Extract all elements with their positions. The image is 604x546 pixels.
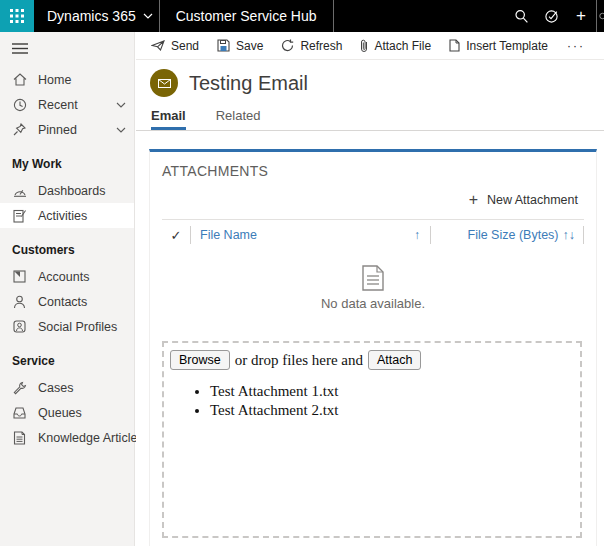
- save-label: Save: [236, 39, 263, 53]
- site-map-sidebar: Home Recent Pinned My Work Dashboards Ac…: [0, 32, 135, 546]
- sidebar-item-label: Home: [38, 73, 126, 87]
- tab-email[interactable]: Email: [151, 108, 186, 130]
- plus-icon: +: [576, 6, 586, 26]
- empty-state: No data available.: [162, 265, 584, 311]
- dropzone-hint-text: or drop files here and: [235, 352, 363, 369]
- collapse-sitemap-button[interactable]: [0, 32, 134, 58]
- dropped-files-list: Test Attachment 1.txt Test Attachment 2.…: [210, 383, 574, 419]
- attachments-card: ATTACHMENTS + New Attachment ✓ File Name…: [149, 149, 597, 546]
- home-icon: [12, 73, 27, 86]
- file-name-column-label: File Name: [200, 228, 257, 242]
- sidebar-item-dashboards[interactable]: Dashboards: [0, 178, 134, 203]
- dashboard-icon: [12, 185, 27, 197]
- attach-button[interactable]: Attach: [368, 350, 421, 370]
- attachments-grid-header: ✓ File Name ↑ File Size (Bytes) ↑↓: [162, 220, 584, 250]
- search-button[interactable]: [506, 0, 536, 32]
- insert-template-label: Insert Template: [466, 39, 548, 53]
- sidebar-item-label: Knowledge Articles: [38, 431, 144, 445]
- person-icon: [12, 295, 27, 309]
- sidebar-item-label: Activities: [38, 209, 126, 223]
- sidebar-item-accounts[interactable]: Accounts: [0, 264, 134, 289]
- clipboard-edit-icon: [12, 209, 27, 223]
- form-tab-bar: Email Related: [136, 97, 604, 131]
- sidebar-item-pinned[interactable]: Pinned: [0, 117, 134, 142]
- sidebar-item-activities[interactable]: Activities: [0, 203, 134, 228]
- command-bar-overflow-button[interactable]: ···: [557, 39, 595, 53]
- tab-related[interactable]: Related: [216, 108, 261, 130]
- new-attachment-button[interactable]: + New Attachment: [463, 188, 584, 212]
- sidebar-section-service: Service: [0, 339, 134, 375]
- send-label: Send: [171, 39, 199, 53]
- no-data-text: No data available.: [162, 296, 584, 311]
- file-size-column-label: File Size (Bytes): [468, 228, 559, 242]
- attach-file-button[interactable]: Attach File: [351, 32, 440, 60]
- send-icon: [151, 40, 165, 51]
- clock-icon: [12, 98, 27, 112]
- chevron-down-icon[interactable]: [116, 102, 126, 108]
- sidebar-item-label: Contacts: [38, 295, 126, 309]
- page-icon: [449, 39, 460, 52]
- social-profile-icon: [12, 320, 27, 333]
- sidebar-item-label: Social Profiles: [38, 320, 126, 334]
- sort-both-icon: ↑↓: [563, 228, 576, 242]
- top-navigation-bar: Dynamics 365 Customer Service Hub +: [0, 0, 604, 32]
- topbar-divider: [333, 0, 334, 32]
- sidebar-item-home[interactable]: Home: [0, 67, 134, 92]
- sidebar-item-label: Dashboards: [38, 184, 126, 198]
- no-data-document-icon: [362, 265, 384, 291]
- sidebar-item-label: Cases: [38, 381, 126, 395]
- check-icon: ✓: [171, 228, 182, 243]
- save-icon: [217, 39, 230, 52]
- hub-name[interactable]: Customer Service Hub: [160, 0, 333, 32]
- browse-button[interactable]: Browse: [170, 350, 230, 370]
- app-name-menu[interactable]: Dynamics 365: [34, 0, 159, 32]
- sidebar-item-knowledge-articles[interactable]: Knowledge Articles: [0, 425, 134, 450]
- new-attachment-label: New Attachment: [487, 193, 578, 207]
- app-name-label: Dynamics 365: [47, 8, 136, 24]
- waffle-icon: [10, 9, 24, 23]
- queue-icon: [12, 406, 27, 419]
- main-content: Send Save Refresh Attach File Insert Tem…: [136, 32, 604, 546]
- save-button[interactable]: Save: [208, 32, 272, 60]
- attach-file-label: Attach File: [374, 39, 431, 53]
- sidebar-item-cases[interactable]: Cases: [0, 375, 134, 400]
- quick-create-button[interactable]: +: [566, 0, 596, 32]
- sidebar-item-label: Pinned: [38, 123, 105, 137]
- file-dropzone[interactable]: Browse or drop files here and Attach Tes…: [162, 341, 582, 538]
- sidebar-item-recent[interactable]: Recent: [0, 92, 134, 117]
- sidebar-section-my-work: My Work: [0, 142, 134, 178]
- sidebar-item-social-profiles[interactable]: Social Profiles: [0, 314, 134, 339]
- refresh-icon: [281, 39, 294, 52]
- form-body: ATTACHMENTS + New Attachment ✓ File Name…: [136, 131, 604, 546]
- sidebar-item-label: Recent: [38, 98, 105, 112]
- chevron-down-icon[interactable]: [116, 127, 126, 133]
- check-circle-icon: [544, 9, 559, 24]
- attachments-section-title: ATTACHMENTS: [162, 161, 584, 179]
- insert-template-button[interactable]: Insert Template: [440, 32, 557, 60]
- article-icon: [12, 431, 27, 445]
- envelope-icon: [158, 79, 171, 88]
- accounts-icon: [12, 270, 27, 283]
- column-header-file-size[interactable]: File Size (Bytes) ↑↓: [431, 228, 583, 242]
- send-button[interactable]: Send: [142, 32, 208, 60]
- sort-ascending-icon[interactable]: ↑: [414, 228, 430, 242]
- hub-name-label: Customer Service Hub: [176, 8, 317, 24]
- app-launcher-waffle-button[interactable]: [0, 0, 34, 32]
- wrench-icon: [12, 381, 27, 395]
- column-header-file-name[interactable]: File Name ↑: [191, 228, 430, 242]
- sidebar-item-contacts[interactable]: Contacts: [0, 289, 134, 314]
- sidebar-item-queues[interactable]: Queues: [0, 400, 134, 425]
- sidebar-item-label: Accounts: [38, 270, 126, 284]
- paperclip-icon: [360, 39, 368, 53]
- task-flows-button[interactable]: [536, 0, 566, 32]
- plus-icon: +: [469, 191, 478, 209]
- email-activity-icon: [150, 69, 178, 97]
- chevron-down-icon: [143, 13, 153, 19]
- refresh-button[interactable]: Refresh: [272, 32, 351, 60]
- sidebar-item-label: Queues: [38, 406, 126, 420]
- select-all-checkbox[interactable]: ✓: [162, 228, 190, 243]
- refresh-label: Refresh: [300, 39, 342, 53]
- search-icon: [514, 9, 529, 24]
- dropped-file-item: Test Attachment 1.txt: [210, 383, 574, 400]
- record-header: Testing Email: [136, 60, 604, 97]
